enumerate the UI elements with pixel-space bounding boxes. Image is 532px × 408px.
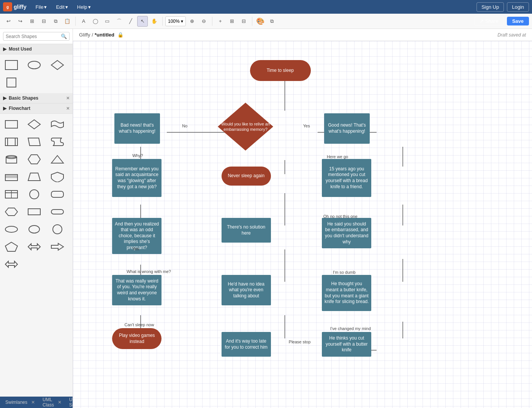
fc-pill[interactable] — [49, 204, 66, 219]
shape-square[interactable] — [3, 75, 20, 90]
sign-up-button[interactable]: Sign Up — [477, 2, 504, 12]
flowchart-header[interactable]: ▶ Flowchart ✕ — [0, 103, 73, 114]
fc-label-lbl_cant_sleep: Can't sleep now — [124, 322, 154, 327]
svg-marker-12 — [28, 155, 40, 164]
copy-button[interactable]: ⧉ — [50, 16, 61, 27]
shape-rect[interactable] — [3, 57, 20, 73]
fc-node-start[interactable]: Time to sleep — [250, 60, 311, 81]
fc-node-butter_knife2[interactable]: He thinks you cut yourself with a butter… — [322, 332, 371, 357]
search-input[interactable] — [6, 34, 59, 39]
shape-diamond[interactable] — [49, 57, 66, 73]
fc-rect2[interactable] — [26, 204, 43, 219]
logo[interactable]: g gliffy — [3, 2, 26, 11]
fc-hex2[interactable] — [3, 204, 20, 219]
redo-button[interactable]: ↪ — [15, 16, 25, 27]
file-menu[interactable]: File ▾ — [32, 3, 50, 11]
connector-tool[interactable]: ⌒ — [114, 16, 124, 27]
canvas-area: Gliffy / *untitled 🔒 Draft saved at — [73, 29, 532, 408]
grid-button[interactable]: ⊞ — [227, 16, 238, 27]
fc-trapezoid[interactable] — [26, 169, 43, 184]
basic-shapes-header[interactable]: ▶ Basic Shapes ✕ — [0, 93, 73, 103]
hand-tool[interactable]: ✋ — [149, 16, 160, 27]
search-icon: 🔍 — [61, 33, 67, 39]
uml-class-close[interactable]: ✕ — [58, 400, 62, 405]
flowchart-close[interactable]: ✕ — [66, 106, 70, 111]
fc-node-he_said[interactable]: He said you should be embarrassed, and y… — [322, 218, 371, 248]
swimlanes-section[interactable]: Swimlanes ✕ — [3, 399, 37, 406]
fc-banner[interactable] — [49, 117, 66, 132]
undo-button[interactable]: ↩ — [3, 16, 14, 27]
fc-node-decision1[interactable]: Would you like to relive an embarrassing… — [217, 102, 274, 151]
svg-marker-17 — [28, 173, 40, 181]
fc-process[interactable] — [3, 134, 20, 149]
add-button[interactable]: + — [215, 16, 226, 27]
uml-class-section[interactable]: UML Class ✕ — [40, 396, 64, 408]
svg-marker-9 — [28, 138, 40, 146]
fc-node-too_late[interactable]: And it's way too late for you to correct… — [222, 332, 271, 357]
shape-ellipse[interactable] — [26, 57, 43, 73]
zoom-control[interactable]: 100% ▾ — [165, 16, 186, 26]
fc-node-weird[interactable]: That was really weird of you. You're rea… — [112, 275, 162, 305]
fc-arrow-left-right[interactable] — [26, 239, 43, 254]
fc-hex[interactable] — [26, 152, 43, 167]
fc-node-good_news[interactable]: Good news! That's what's happening! — [324, 113, 370, 144]
fc-shield[interactable] — [49, 169, 66, 184]
basic-shapes-close[interactable]: ✕ — [66, 96, 70, 101]
fc-circle[interactable] — [26, 187, 43, 202]
fc-node-play_games[interactable]: Play video games instead — [112, 328, 162, 349]
document-title[interactable]: *untitled — [95, 32, 114, 38]
swimlanes-close[interactable]: ✕ — [31, 400, 35, 405]
fc-rect[interactable] — [3, 117, 20, 132]
fc-node-no_solution[interactable]: There's no solution here — [222, 218, 271, 243]
fc-node-years_ago[interactable]: 15 years ago you mentioned you cut yours… — [322, 159, 371, 197]
group-button[interactable]: ⊟ — [38, 16, 49, 27]
fc-scroll[interactable] — [49, 134, 66, 149]
uml-sequence-section[interactable]: UML Sequence ✕ — [67, 396, 73, 408]
left-panel: 🔍 ▶ Most Used — [0, 29, 73, 408]
fc-arrow-right[interactable] — [49, 239, 66, 254]
select-tool[interactable]: ↖ — [137, 16, 148, 27]
fc-pentagon[interactable] — [3, 239, 20, 254]
select-all-button[interactable]: ⊞ — [27, 16, 37, 27]
breadcrumb-root[interactable]: Gliffy — [79, 32, 90, 38]
text-tool[interactable]: A — [78, 16, 89, 27]
save-button[interactable]: Save — [507, 17, 529, 25]
ellipse-tool[interactable]: ◯ — [90, 16, 101, 27]
fc-circle2[interactable] — [49, 222, 66, 237]
fc-node-never_sleep[interactable]: Never sleep again — [222, 167, 271, 186]
fc-label-lbl_no: No — [182, 124, 187, 128]
main-layout: 🔍 ▶ Most Used — [0, 29, 532, 408]
lock-icon[interactable]: 🔒 — [117, 32, 124, 38]
fc-triangle[interactable] — [49, 152, 66, 167]
snap-button[interactable]: ⊟ — [239, 16, 249, 27]
rect-tool[interactable]: ▭ — [102, 16, 112, 27]
fc-rounded-rect[interactable] — [49, 187, 66, 202]
edit-menu[interactable]: Edit ▾ — [53, 3, 71, 11]
help-menu[interactable]: Help ▾ — [74, 3, 94, 11]
line-tool[interactable]: ╱ — [125, 16, 136, 27]
fc-node-butter_knife[interactable]: He thought you meant a butter knife, but… — [322, 275, 371, 311]
fc-cylinder[interactable] — [3, 152, 20, 167]
zoom-out-button[interactable]: ⊖ — [199, 16, 209, 27]
most-used-header[interactable]: ▶ Most Used — [0, 44, 73, 54]
color-button[interactable]: 🎨 — [255, 16, 266, 27]
zoom-in-button[interactable]: ⊕ — [187, 16, 198, 27]
fc-diamond[interactable] — [26, 117, 43, 132]
fc-node-no_idea[interactable]: He'd have no idea what you're even talki… — [222, 275, 271, 305]
sep2 — [162, 17, 163, 26]
share-button[interactable]: ↗ Share — [475, 16, 503, 26]
paste-button[interactable]: 📋 — [62, 16, 73, 27]
fc-label-lbl_please_stop: Please stop — [289, 340, 310, 344]
search-input-wrap[interactable]: 🔍 — [3, 32, 70, 41]
canvas[interactable]: Time to sleepWould you like to relive an… — [73, 41, 532, 408]
fc-oval[interactable] — [3, 222, 20, 237]
fc-para[interactable] — [26, 134, 43, 149]
login-button[interactable]: Login — [507, 2, 529, 12]
fc-stack[interactable] — [3, 169, 20, 184]
layers-button[interactable]: ⧉ — [267, 16, 277, 27]
fc-node-bad_news[interactable]: Bad news! that's what's happening! — [114, 113, 160, 144]
fc-arrow-bidirectional[interactable] — [3, 257, 20, 272]
fc-ellipse2[interactable] — [26, 222, 43, 237]
fc-node-remember[interactable]: Remember when you said an acquaintance w… — [112, 159, 162, 197]
fc-table[interactable] — [3, 187, 20, 202]
